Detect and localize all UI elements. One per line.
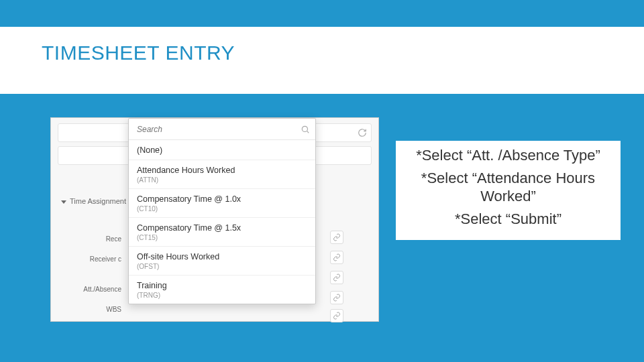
instruction-line: *Select “Attendance Hours Worked” — [396, 169, 621, 206]
page-title: TIMESHEET ENTRY — [42, 42, 235, 64]
dropdown-option-ct15[interactable]: Compensatory Time @ 1.5x (CT15) — [129, 218, 315, 247]
instruction-panel: *Select “Att. /Absence Type” *Select “At… — [396, 141, 621, 240]
refresh-icon — [358, 128, 367, 137]
search-icon — [301, 125, 310, 134]
section-header: Time Assignment — [61, 197, 126, 205]
option-label: (None) — [137, 145, 307, 155]
option-label: Training — [137, 281, 307, 290]
section-label-text: Time Assignment — [70, 197, 126, 205]
dropdown-option-ct10[interactable]: Compensatory Time @ 1.0x (CT10) — [129, 189, 315, 218]
link-button[interactable] — [330, 271, 343, 284]
link-icon — [333, 253, 341, 261]
option-code: (ATTN) — [137, 176, 307, 184]
chevron-down-icon — [61, 200, 66, 204]
option-code: (CT15) — [137, 234, 307, 241]
search-input[interactable] — [129, 119, 315, 139]
dropdown-option-ofst[interactable]: Off-site Hours Worked (OFST) — [129, 247, 315, 276]
field-label: WBS — [68, 306, 121, 313]
svg-line-1 — [307, 131, 309, 133]
dropdown-option-trng[interactable]: Training (TRNG) — [129, 276, 315, 304]
link-icon — [333, 233, 341, 241]
link-icon — [333, 294, 341, 302]
title-band: TIMESHEET ENTRY — [0, 27, 644, 94]
attendance-type-dropdown: (None) Attendance Hours Worked (ATTN) Co… — [128, 118, 316, 304]
option-label: Attendance Hours Worked — [137, 166, 307, 175]
app-screenshot: Time Assignment Rece Receiver c Att./Abs… — [50, 117, 379, 322]
field-label: Att./Absence — [68, 286, 121, 293]
field-label: Rece — [68, 235, 121, 243]
link-button[interactable] — [330, 291, 343, 304]
option-label: Compensatory Time @ 1.5x — [137, 223, 307, 233]
link-icon — [333, 312, 341, 320]
option-code: (OFST) — [137, 263, 307, 270]
link-icon — [333, 274, 341, 282]
option-label: Off-site Hours Worked — [137, 252, 307, 261]
dropdown-option-attn[interactable]: Attendance Hours Worked (ATTN) — [129, 160, 315, 189]
option-code: (TRNG) — [137, 292, 307, 299]
link-button[interactable] — [330, 251, 343, 264]
field-label: Receiver c — [68, 255, 121, 263]
option-code: (CT10) — [137, 205, 307, 213]
link-button[interactable] — [330, 309, 343, 322]
option-label: Compensatory Time @ 1.0x — [137, 194, 307, 204]
instruction-line: *Select “Submit” — [396, 210, 621, 229]
instruction-line: *Select “Att. /Absence Type” — [396, 146, 621, 165]
dropdown-search-row — [129, 119, 315, 140]
dropdown-option-none[interactable]: (None) — [129, 140, 315, 160]
svg-point-0 — [302, 126, 307, 131]
link-button[interactable] — [330, 231, 343, 244]
